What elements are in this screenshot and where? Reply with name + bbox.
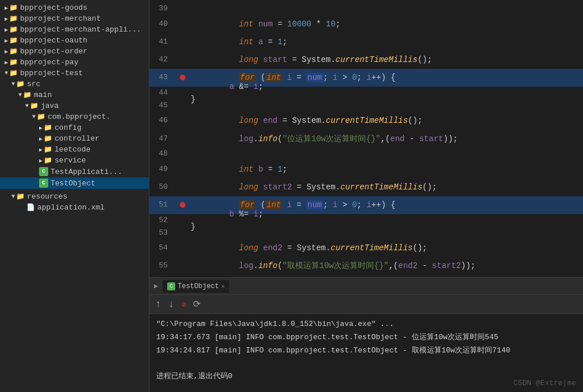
folder-icon: 📁 xyxy=(30,102,38,110)
sidebar-item-service-label: service xyxy=(55,156,86,165)
sidebar-item-label: main xyxy=(34,91,52,99)
folder-icon: 📁 xyxy=(44,145,52,154)
sidebar-item-label: resources xyxy=(27,192,67,201)
terminal-close-button[interactable]: ✕ xyxy=(221,283,225,290)
sidebar-item-config[interactable]: 📁 config xyxy=(0,122,149,133)
sidebar-item-label: bpproject-oauth xyxy=(20,36,87,45)
sidebar-item-bpproject-pay[interactable]: 📁 bpproject-pay xyxy=(0,57,149,68)
sidebar-item-label: bpproject-order xyxy=(20,47,87,56)
file-tree: 📁 bpproject-goods 📁 bpproject-merchant 📁… xyxy=(0,0,149,392)
line-number: 54 xyxy=(149,242,177,254)
sidebar-item-testapplication[interactable]: C TestApplicati... xyxy=(0,166,149,177)
terminal-output-text: 19:34:17.673 [main] INFO com.bpproject.t… xyxy=(156,333,498,341)
line-number: 42 xyxy=(149,53,177,66)
sidebar-item-label: config xyxy=(55,123,82,132)
folder-icon: 📁 xyxy=(9,47,18,56)
terminal-toolbar: ↑ ↓ ⊘ ⟳ xyxy=(149,295,583,314)
terminal-exit-msg: 进程已结束,退出代码0 xyxy=(156,372,233,381)
sidebar-item-src[interactable]: 📁 src xyxy=(0,79,149,90)
xml-icon: 📄 xyxy=(26,203,35,212)
sidebar-item-bpproject-oauth[interactable]: 📁 bpproject-oauth xyxy=(0,35,149,46)
arrow-icon xyxy=(5,70,8,76)
stop-button[interactable]: ⊘ xyxy=(180,298,187,311)
code-line-55: 55 log.info("取模运算10w次运算时间{}",(end2 - sta… xyxy=(149,257,583,275)
sidebar-item-controller[interactable]: 📁 controller xyxy=(0,133,149,144)
folder-icon: 📁 xyxy=(44,123,52,132)
sidebar-item-bpproject-merchant[interactable]: 📁 bpproject-merchant xyxy=(0,13,149,24)
terminal-cmd-line: "C:\Program Files\Java\jdk1.8.0_152\bin\… xyxy=(156,319,576,331)
sidebar-item-label: application.xml xyxy=(37,203,105,212)
line-gutter xyxy=(177,75,188,80)
folder-icon: 📁 xyxy=(44,156,52,165)
line-number: 55 xyxy=(149,259,177,272)
sidebar-item-bpproject-order[interactable]: 📁 bpproject-order xyxy=(0,46,149,57)
terminal-label: ▶ xyxy=(154,282,158,290)
sidebar-item-resources[interactable]: 📁 resources xyxy=(0,191,149,202)
line-number: 43 xyxy=(149,71,177,84)
sidebar-item-main[interactable]: 📁 main xyxy=(0,90,149,100)
folder-icon: 📁 xyxy=(37,112,45,121)
sidebar-item-label: src xyxy=(27,80,40,88)
sidebar-item-label: bpproject-merchant-appli... xyxy=(20,25,141,34)
sidebar-item-label: bpproject-goods xyxy=(20,3,87,12)
arrow-icon xyxy=(11,193,15,200)
line-number: 48 xyxy=(149,148,177,160)
sidebar-item-bpproject-merchant-appli[interactable]: 📁 bpproject-merchant-appli... xyxy=(0,24,149,35)
line-number: 46 xyxy=(149,114,177,127)
arrow-icon xyxy=(5,59,8,66)
sidebar-item-leetcode[interactable]: 📁 leetcode xyxy=(0,144,149,155)
line-number: 47 xyxy=(149,133,177,145)
folder-icon: 📁 xyxy=(23,91,32,99)
sidebar-item-label: TestObject xyxy=(51,179,95,188)
line-number: 40 xyxy=(149,18,177,30)
arrow-icon xyxy=(5,37,8,44)
watermark: CSDN @Extre|me xyxy=(513,379,576,387)
sidebar-item-com-bpproject[interactable]: 📁 com.bpproject. xyxy=(0,111,149,122)
terminal-command: "C:\Program Files\Java\jdk1.8.0_152\bin\… xyxy=(156,320,393,328)
folder-icon: 📁 xyxy=(16,80,25,88)
java-class-icon: C xyxy=(39,167,48,176)
folder-icon: 📁 xyxy=(9,69,18,77)
line-number: 53 xyxy=(149,227,177,239)
arrow-icon xyxy=(39,146,43,153)
terminal-tabs: ▶ C TestObject ✕ xyxy=(149,278,583,295)
run-down-button[interactable]: ↓ xyxy=(167,297,176,311)
tab-java-icon: C xyxy=(167,282,175,290)
main-area: 39 40 int num = 10000 * 10; 41 int a = 1… xyxy=(149,0,583,392)
sidebar-item-java[interactable]: 📁 java xyxy=(0,100,149,111)
sidebar-item-label: TestApplicati... xyxy=(51,168,122,176)
watermark-text: CSDN @Extre|me xyxy=(513,379,576,387)
arrow-icon xyxy=(5,5,8,11)
folder-icon: 📁 xyxy=(9,58,18,67)
terminal-output-line-2: 19:34:24.817 [main] INFO com.bpproject.t… xyxy=(156,345,576,357)
line-number: 51 xyxy=(149,199,177,211)
terminal-tab-testobject[interactable]: C TestObject ✕ xyxy=(163,280,229,293)
arrow-icon xyxy=(18,92,22,98)
code-content: log.info("取模运算10w次运算时间{}",(end2 - start2… xyxy=(188,247,583,277)
code-line-47: 47 log.info("位运算10w次运算时间{}",(end - start… xyxy=(149,130,583,148)
rerun-button[interactable]: ⟳ xyxy=(192,297,202,311)
line-number: 44 xyxy=(149,87,177,99)
line-number: 39 xyxy=(149,2,177,15)
sidebar-item-label: bpproject-pay xyxy=(20,58,78,67)
code-editor: 39 40 int num = 10000 * 10; 41 int a = 1… xyxy=(149,0,583,277)
sidebar-item-bpproject-goods[interactable]: 📁 bpproject-goods xyxy=(0,2,149,13)
sidebar-item-service[interactable]: 📁 service xyxy=(0,155,149,166)
sidebar-item-testobject[interactable]: C TestObject xyxy=(0,177,149,189)
arrow-icon xyxy=(5,26,8,33)
breakpoint-indicator xyxy=(180,202,186,208)
terminal-panel: ▶ C TestObject ✕ ↑ ↓ ⊘ ⟳ "C:\Program Fil… xyxy=(149,277,583,392)
arrow-icon xyxy=(39,135,43,142)
terminal-output-text: 19:34:24.817 [main] INFO com.bpproject.t… xyxy=(156,346,510,355)
run-up-button[interactable]: ↑ xyxy=(154,297,163,311)
sidebar-item-label: java xyxy=(41,102,59,110)
sidebar-item-bpproject-test[interactable]: 📁 bpproject-test xyxy=(0,68,149,79)
sidebar-item-label: bpproject-merchant xyxy=(20,14,101,23)
arrow-icon xyxy=(25,103,29,109)
line-number: 50 xyxy=(149,181,177,193)
breakpoint-indicator xyxy=(180,75,186,80)
code-lines: 39 40 int num = 10000 * 10; 41 int a = 1… xyxy=(149,0,583,277)
terminal-tab-label: TestObject xyxy=(177,282,219,290)
sidebar: 📁 bpproject-goods 📁 bpproject-merchant 📁… xyxy=(0,0,149,392)
sidebar-item-application-xml[interactable]: 📄 application.xml xyxy=(0,202,149,213)
